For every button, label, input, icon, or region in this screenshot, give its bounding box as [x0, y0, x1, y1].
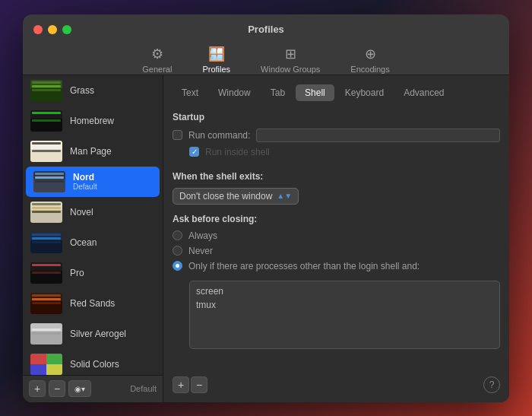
profile-item-novel[interactable]: Novel: [23, 197, 163, 227]
profile-icon: 🪟: [208, 46, 225, 62]
profile-name-ocean: Ocean: [70, 237, 97, 248]
chevron-down-icon: ◉▾: [74, 385, 85, 393]
profile-name-nord: Nord: [73, 172, 97, 183]
gear-icon: ⚙: [151, 46, 163, 62]
profile-thumb-grass: [30, 80, 62, 101]
when-exits-section-title: When the shell exits:: [173, 171, 500, 182]
toolbar-label-encodings: Encodings: [350, 65, 389, 74]
when-exits-value: Don't close the window: [179, 191, 272, 202]
profile-name-solidcolors: Solid Colors: [70, 359, 119, 370]
content-area: Grass Homebrew Man Page: [23, 75, 509, 402]
tab-keyboard[interactable]: Keyboard: [336, 84, 393, 101]
encodings-icon: ⊕: [365, 46, 376, 62]
traffic-lights: [33, 25, 71, 34]
profile-name-silveraerogel: Silver Aerogel: [70, 329, 126, 339]
never-label: Never: [188, 246, 213, 256]
startup-section-title: Startup: [173, 112, 500, 122]
help-button[interactable]: ?: [483, 376, 500, 393]
profile-thumb-homebrew: [30, 110, 62, 132]
profile-thumb-novel: [30, 202, 62, 223]
default-label: Default: [130, 384, 157, 393]
run-inside-shell-label: Run inside shell: [205, 147, 270, 157]
toolbar-item-profiles[interactable]: 🪟 Profiles: [196, 43, 236, 77]
profile-name-redsands: Red Sands: [70, 298, 115, 309]
titlebar: Profiles ⚙ General 🪟 Profiles ⊞ Window G…: [23, 14, 509, 75]
profile-item-manpage[interactable]: Man Page: [23, 136, 163, 167]
run-command-row: Run command:: [173, 129, 500, 142]
tab-advanced[interactable]: Advanced: [394, 84, 453, 101]
profile-name-pro: Pro: [70, 268, 84, 278]
radio-row-only-if: Only if there are processes other than t…: [173, 261, 500, 272]
profile-name-novel: Novel: [70, 207, 93, 218]
tabs-row: Text Window Tab Shell Keyboard Advanced: [173, 84, 500, 101]
window-title: Profiles: [248, 24, 284, 35]
toolbar-item-encodings[interactable]: ⊕ Encodings: [344, 43, 395, 77]
add-profile-button[interactable]: +: [29, 380, 46, 397]
profile-item-silveraerogel[interactable]: Silver Aerogel: [23, 319, 163, 349]
run-command-checkbox[interactable]: [173, 130, 182, 140]
profile-item-ocean[interactable]: Ocean: [23, 227, 163, 258]
process-item-screen: screen: [193, 284, 496, 298]
process-list: screen tmux: [189, 281, 500, 349]
toolbar-label-general: General: [142, 65, 172, 74]
radio-never[interactable]: [173, 246, 182, 256]
profile-thumb-manpage: [30, 141, 62, 162]
when-exits-dropdown[interactable]: Don't close the window ▲▼: [173, 188, 299, 205]
tab-text[interactable]: Text: [173, 84, 207, 101]
tab-tab[interactable]: Tab: [261, 84, 294, 101]
process-item-tmux: tmux: [193, 298, 496, 312]
profile-name-manpage: Man Page: [70, 146, 112, 157]
profile-options-button[interactable]: ◉▾: [68, 380, 91, 397]
profile-nord-names: Nord Default: [73, 172, 97, 191]
sidebar: Grass Homebrew Man Page: [23, 75, 163, 402]
only-if-label: Only if there are processes other than t…: [188, 261, 420, 272]
remove-process-button[interactable]: −: [191, 376, 207, 393]
profile-subtitle-nord: Default: [73, 183, 97, 191]
profile-thumb-nord: [33, 171, 65, 192]
main-window: Profiles ⚙ General 🪟 Profiles ⊞ Window G…: [23, 14, 509, 402]
tab-shell[interactable]: Shell: [296, 84, 334, 101]
ask-closing-section-title: Ask before closing:: [173, 214, 500, 224]
profile-item-nord[interactable]: Nord Default: [26, 167, 160, 197]
toolbar-label-profiles: Profiles: [202, 65, 230, 74]
maximize-button[interactable]: [62, 25, 71, 34]
toolbar-item-general[interactable]: ⚙ General: [136, 43, 178, 77]
profile-thumb-ocean: [30, 232, 62, 253]
profile-item-grass[interactable]: Grass: [23, 75, 163, 106]
close-button[interactable]: [33, 25, 43, 34]
panel-footer: + − ?: [173, 370, 500, 393]
always-label: Always: [188, 230, 217, 241]
profile-thumb-redsands: [30, 293, 62, 314]
toolbar: ⚙ General 🪟 Profiles ⊞ Window Groups ⊕ E…: [136, 43, 395, 77]
toolbar-item-window-groups[interactable]: ⊞ Window Groups: [255, 43, 326, 77]
profile-thumb-solidcolors: [30, 354, 62, 375]
radio-group-closing: Always Never Only if there are processes…: [173, 230, 500, 272]
remove-profile-button[interactable]: −: [49, 380, 65, 397]
main-panel: Text Window Tab Shell Keyboard Advanced …: [163, 75, 509, 402]
sidebar-footer: + − ◉▾ Default: [23, 375, 163, 402]
profile-item-solidcolors[interactable]: Solid Colors: [23, 349, 163, 375]
profile-name-grass: Grass: [70, 85, 94, 96]
profile-thumb-pro: [30, 262, 62, 284]
run-inside-shell-checkbox[interactable]: ✓: [189, 147, 199, 157]
profile-item-homebrew[interactable]: Homebrew: [23, 106, 163, 136]
profile-name-homebrew: Homebrew: [70, 116, 114, 126]
when-exits-dropdown-row: Don't close the window ▲▼: [173, 188, 500, 205]
dropdown-arrow-icon: ▲▼: [277, 192, 292, 200]
minimize-button[interactable]: [48, 25, 57, 34]
run-inside-shell-row: ✓ Run inside shell: [189, 147, 500, 157]
profile-list: Grass Homebrew Man Page: [23, 75, 163, 375]
run-command-label: Run command:: [188, 130, 250, 141]
radio-always[interactable]: [173, 230, 182, 240]
profile-item-pro[interactable]: Pro: [23, 258, 163, 288]
toolbar-label-window-groups: Window Groups: [261, 65, 320, 74]
add-process-button[interactable]: +: [173, 376, 189, 393]
window-groups-icon: ⊞: [285, 46, 296, 62]
radio-row-always: Always: [173, 230, 500, 241]
profile-thumb-silveraerogel: [30, 323, 62, 345]
process-list-buttons: + −: [173, 376, 207, 393]
tab-window[interactable]: Window: [209, 84, 260, 101]
radio-only-if[interactable]: [173, 261, 182, 271]
radio-row-never: Never: [173, 246, 500, 256]
profile-item-redsands[interactable]: Red Sands: [23, 288, 163, 319]
